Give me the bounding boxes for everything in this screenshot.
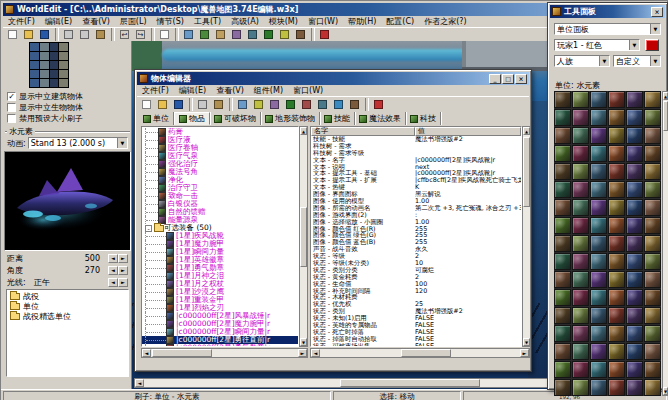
unit-icon[interactable] xyxy=(554,127,571,144)
undo-button[interactable]: ↩ xyxy=(117,28,132,41)
unit-icon[interactable] xyxy=(644,163,661,180)
unit-icon[interactable] xyxy=(644,235,661,252)
unit-icon[interactable] xyxy=(554,325,571,342)
scroll-left-icon[interactable]: ◄ xyxy=(135,379,144,387)
unit-icon[interactable] xyxy=(626,217,643,234)
object-tree-pane[interactable]: 药膏医疗液医疗卷轴医疗气泉强化治疗魔法号角净化治疗守卫致命一击白银仪器自然的馈赠… xyxy=(141,126,299,347)
unit-icon[interactable] xyxy=(572,343,589,360)
unit-icon[interactable] xyxy=(554,343,571,360)
property-row[interactable]: 技能 - 技能魔法书增强版#2 xyxy=(311,136,521,143)
unit-icon[interactable] xyxy=(554,217,571,234)
chevron-down-icon[interactable]: ▼ xyxy=(599,56,609,66)
unit-icon[interactable] xyxy=(554,379,571,396)
unit-icon[interactable] xyxy=(608,235,625,252)
spin-left-button[interactable]: ◄ xyxy=(108,278,118,287)
unit-icon[interactable] xyxy=(590,307,607,324)
scroll-right-icon[interactable]: ► xyxy=(298,349,307,357)
spin-right-button[interactable]: ► xyxy=(118,254,128,263)
checkbox[interactable] xyxy=(7,103,16,112)
redo-button[interactable]: ↪ xyxy=(133,28,148,41)
scroll-up-icon[interactable]: ▲ xyxy=(523,127,530,135)
property-row[interactable]: 文本 - 提示工具 - 扩展|cffbc8cff[2星]疾风战靴死亡骑士飞龙蛋蛋… xyxy=(311,177,521,184)
property-row[interactable]: 文本 - 说明next xyxy=(311,164,521,171)
unit-icon[interactable] xyxy=(572,127,589,144)
unit-icon[interactable] xyxy=(644,127,661,144)
palette-vertical-scrollbar[interactable]: ▲ ▼ xyxy=(662,91,668,396)
property-row[interactable]: 声音 - 战斗音效永久 xyxy=(311,246,521,253)
unit-icon[interactable] xyxy=(590,361,607,378)
object-editor-button[interactable] xyxy=(261,28,276,41)
unit-icon[interactable] xyxy=(626,91,643,108)
unit-icon[interactable] xyxy=(554,271,571,288)
unit-icon[interactable] xyxy=(644,109,661,126)
unit-icon[interactable] xyxy=(590,217,607,234)
checkbox[interactable] xyxy=(7,114,16,123)
unit-icon[interactable] xyxy=(572,253,589,270)
unit-icon[interactable] xyxy=(572,181,589,198)
map-horizontal-scrollbar[interactable]: ◄ ► xyxy=(134,378,558,388)
unit-icon[interactable] xyxy=(644,91,661,108)
property-row[interactable]: 状态 - 黄金耗费2 xyxy=(311,274,521,281)
tree-item[interactable]: 治疗守卫 xyxy=(142,184,298,192)
property-row[interactable]: 图像 - 颜色值 绿色(G)255 xyxy=(311,232,521,239)
property-row[interactable]: 图像 - 颜色值 红色(R)255 xyxy=(311,226,521,233)
property-row[interactable]: 图像 - 界面图标黑云解说 xyxy=(311,191,521,198)
tab-物品[interactable]: 物品 xyxy=(174,112,210,125)
chevron-down-icon[interactable]: ▼ xyxy=(650,56,660,66)
sound-editor-button[interactable] xyxy=(267,98,282,111)
property-row[interactable]: 状态 - 可被市场出售FALSE xyxy=(311,343,521,346)
terrain-palette-button[interactable] xyxy=(181,28,196,41)
tree-item[interactable]: 医疗液 xyxy=(142,136,298,144)
chevron-down-icon[interactable]: ▼ xyxy=(650,24,660,34)
race-combo[interactable]: 人族 ▼ xyxy=(554,55,610,67)
unit-icon[interactable] xyxy=(644,307,661,324)
property-row[interactable]: 状态 - 木材耗费 xyxy=(311,294,521,301)
unit-icon[interactable] xyxy=(572,379,589,396)
property-row[interactable]: 文本 - 提示工具 - 基础|c000000ff[2星]疾风战靴|r xyxy=(311,170,521,177)
spin-left-button[interactable]: ◄ xyxy=(108,254,118,263)
unit-icon[interactable] xyxy=(608,271,625,288)
unit-icon[interactable] xyxy=(590,109,607,126)
unit-icon[interactable] xyxy=(590,235,607,252)
spin-right-button[interactable]: ► xyxy=(118,278,128,287)
unit-icon[interactable] xyxy=(608,109,625,126)
palette-scroll-thumb[interactable] xyxy=(663,101,668,131)
property-row[interactable]: 状态 - 未知(1)启用FALSE xyxy=(311,315,521,322)
unit-icon[interactable] xyxy=(572,307,589,324)
tab-技能[interactable]: 技能 xyxy=(320,112,355,125)
unit-icon[interactable] xyxy=(590,253,607,270)
unit-icon[interactable] xyxy=(626,163,643,180)
tree-horizontal-scrollbar[interactable]: ◄ ► xyxy=(141,348,308,358)
unit-icon[interactable] xyxy=(644,379,661,396)
property-row[interactable]: 图像 - 选择缩放 - 小圆圈1.00 xyxy=(311,219,521,226)
tree-hscroll-thumb[interactable] xyxy=(152,349,212,357)
paste-button[interactable] xyxy=(93,28,108,41)
unit-icon[interactable] xyxy=(644,361,661,378)
import-manager-button[interactable] xyxy=(347,98,362,111)
open-map-button[interactable] xyxy=(21,28,36,41)
scroll-up-icon[interactable]: ▲ xyxy=(300,127,307,135)
tree-item[interactable]: 白银仪器 xyxy=(142,200,298,208)
folder-item[interactable]: 战役精选单位 xyxy=(8,311,127,321)
unit-icon[interactable] xyxy=(554,199,571,216)
unit-icon[interactable] xyxy=(626,325,643,342)
folder-item[interactable]: 单位 xyxy=(8,301,127,311)
property-scroll-thumb[interactable] xyxy=(523,137,530,207)
unit-icon[interactable] xyxy=(590,289,607,306)
scroll-down-icon[interactable]: ▼ xyxy=(523,338,530,346)
tab-科技[interactable]: 科技 xyxy=(406,112,441,125)
property-row[interactable]: 文本 - 名字|c000000ff[2星]疾风战靴|r xyxy=(311,157,521,164)
unit-icon[interactable] xyxy=(626,343,643,360)
unit-icon[interactable] xyxy=(644,253,661,270)
unit-icon[interactable] xyxy=(626,307,643,324)
ai-editor-button[interactable] xyxy=(315,98,330,111)
unit-icon[interactable] xyxy=(626,109,643,126)
unit-icon[interactable] xyxy=(644,199,661,216)
unit-icon[interactable] xyxy=(572,91,589,108)
property-horizontal-scrollbar[interactable]: ◄ ► xyxy=(310,348,530,358)
unit-icon[interactable] xyxy=(590,181,607,198)
checkbox[interactable]: ✓ xyxy=(7,92,16,101)
tree-item[interactable]: 致命一击 xyxy=(142,192,298,200)
save-map-button[interactable] xyxy=(37,28,52,41)
unit-icon[interactable] xyxy=(572,235,589,252)
